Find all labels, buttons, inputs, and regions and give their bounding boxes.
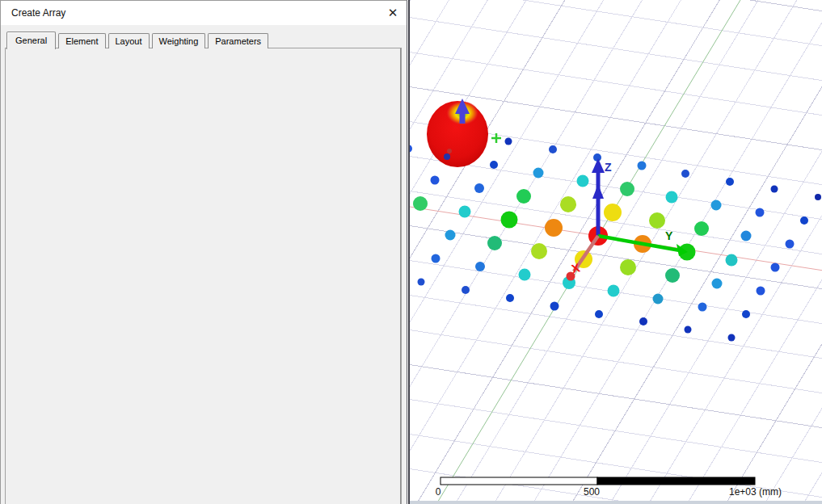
array-element-dot xyxy=(462,286,470,294)
scale-bar-black-segment xyxy=(597,477,755,485)
array-element-dot xyxy=(620,182,634,196)
array-element-dot xyxy=(800,216,808,225)
array-element-dot xyxy=(505,138,512,145)
array-element-dot xyxy=(698,303,707,312)
tab-bar: GeneralElementLayoutWeightingParameters xyxy=(6,31,271,48)
scale-bar-white-segment xyxy=(441,477,597,485)
array-element-dot xyxy=(728,334,736,342)
array-element-dot xyxy=(447,149,452,153)
scale-bar-label: 500 xyxy=(584,486,600,498)
array-element-dot xyxy=(638,162,647,170)
array-element-dot xyxy=(711,200,722,211)
array-element-dot xyxy=(459,206,471,218)
array-element-dot xyxy=(685,326,692,334)
array-element-dot xyxy=(653,294,664,304)
array-element-dot xyxy=(786,240,795,249)
array-element-dot xyxy=(487,236,502,250)
array-element-dot xyxy=(620,259,636,275)
array-element-dot xyxy=(666,191,678,204)
array-element-dot xyxy=(771,186,778,193)
array-element-dot xyxy=(533,168,544,178)
array-element-dot xyxy=(742,310,750,318)
array-element-dot xyxy=(815,194,821,200)
array-element-dot xyxy=(516,189,531,204)
array-element-dot xyxy=(560,196,576,212)
close-icon[interactable]: ✕ xyxy=(384,5,402,21)
array-element-dot xyxy=(550,302,559,311)
tab-parameters[interactable]: Parameters xyxy=(208,33,268,48)
y-axis-label: Y xyxy=(665,229,673,242)
tab-element[interactable]: Element xyxy=(58,33,105,48)
array-element-dot xyxy=(444,153,450,160)
array-element-dot xyxy=(475,262,485,271)
dialog-titlebar[interactable]: Create Array ✕ xyxy=(1,1,407,25)
array-element-dot xyxy=(506,294,514,302)
z-axis-mid-arrowhead-icon xyxy=(592,184,604,199)
array-element-dot xyxy=(771,263,780,272)
array-element-dot xyxy=(410,145,412,153)
scale-bar-label: 0 xyxy=(436,486,441,498)
array-element-dot xyxy=(595,310,603,318)
array-element-dot xyxy=(531,243,547,259)
dialog-title: Create Array xyxy=(11,1,65,25)
array-element-dot xyxy=(545,219,563,237)
array-element-dot xyxy=(741,231,752,242)
array-element-dot xyxy=(445,230,456,241)
array-element-dot xyxy=(694,221,709,236)
scale-bar-label: 1e+03 (mm) xyxy=(729,486,782,498)
tab-layout[interactable]: Layout xyxy=(108,33,150,48)
array-element-dot xyxy=(681,170,689,178)
array-element-dot xyxy=(432,254,441,263)
array-element-dot xyxy=(519,269,531,281)
array-element-dot xyxy=(726,178,734,186)
array-element-dot xyxy=(757,287,765,296)
array-element-dot xyxy=(418,279,425,286)
tab-weighting[interactable]: Weighting xyxy=(152,33,206,48)
array-element-dot xyxy=(665,268,680,283)
z-axis-arrow xyxy=(596,171,601,236)
array-element-dot xyxy=(431,176,440,185)
array-element-dot xyxy=(474,183,484,193)
array-element-dot xyxy=(726,254,738,267)
array-element-dot xyxy=(413,196,428,211)
array-element-dot xyxy=(577,175,589,187)
array-element-dot xyxy=(501,212,518,229)
array-element-dot xyxy=(639,317,647,326)
array-element-dot xyxy=(604,204,622,221)
tab-page-general xyxy=(5,48,402,504)
3d-preview-viewport[interactable]: ZYX05001e+03 (mm) xyxy=(408,0,822,504)
array-element-dot xyxy=(608,285,620,297)
array-element-dot xyxy=(549,145,557,153)
array-element-dot xyxy=(712,279,723,289)
application-window: Create Array ✕ GeneralElementLayoutWeigh… xyxy=(0,0,822,504)
create-array-dialog: Create Array ✕ GeneralElementLayoutWeigh… xyxy=(0,0,407,504)
array-element-dot xyxy=(490,161,498,169)
z-axis-arrowhead-icon xyxy=(592,158,605,173)
array-element-dot xyxy=(756,208,765,217)
window-bottom-edge xyxy=(410,501,822,504)
z-axis-label: Z xyxy=(605,161,612,174)
tab-general[interactable]: General xyxy=(6,32,56,49)
array-element-dot xyxy=(649,212,665,229)
